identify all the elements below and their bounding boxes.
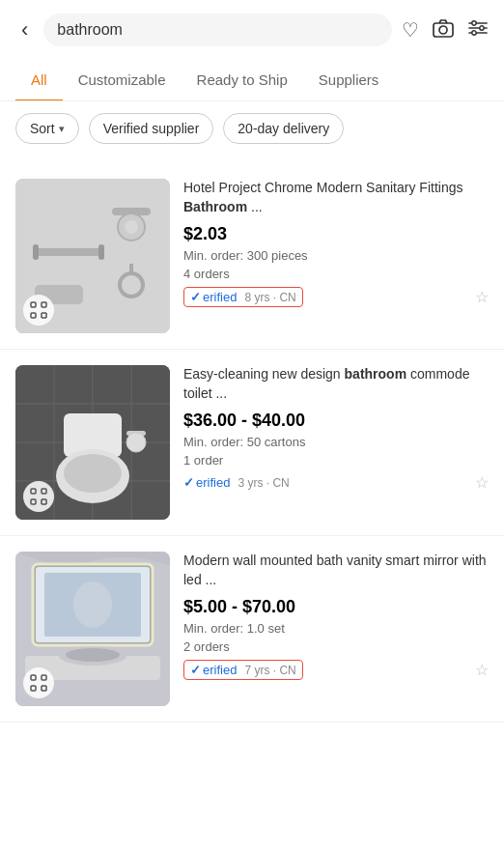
- product-card-2: Easy-cleaning new design bathroom commod…: [0, 350, 504, 536]
- sort-filter[interactable]: Sort ▾: [15, 113, 79, 144]
- filter-icon[interactable]: [467, 18, 489, 43]
- scan-button-3[interactable]: [23, 667, 54, 698]
- product-price-1: $2.03: [183, 224, 489, 244]
- product-image-3[interactable]: [15, 552, 170, 706]
- svg-point-48: [73, 582, 112, 628]
- svg-point-34: [64, 454, 122, 493]
- tab-customizable[interactable]: Customizable: [63, 60, 182, 101]
- sort-label: Sort: [30, 121, 55, 136]
- back-button[interactable]: ‹: [15, 15, 34, 44]
- verified-check-icon-3: ✓: [190, 663, 201, 677]
- product-list: Hotel Project Chrome Modern Sanitary Fit…: [0, 156, 504, 730]
- scan-button-1[interactable]: [23, 295, 54, 326]
- tab-ready-to-ship[interactable]: Ready to Ship: [182, 60, 303, 101]
- product-info-2: Easy-cleaning new design bathroom commod…: [183, 365, 489, 492]
- svg-rect-11: [98, 244, 104, 260]
- svg-rect-39: [31, 499, 36, 504]
- verified-row-1: ✓ erified 8 yrs · CN ☆: [183, 287, 489, 307]
- scan-button-2[interactable]: [23, 481, 54, 512]
- verified-check-icon-1: ✓: [190, 290, 201, 304]
- product-image-1[interactable]: [15, 179, 170, 333]
- svg-point-51: [66, 648, 120, 662]
- verified-check-icon-2: ✓: [183, 475, 194, 490]
- svg-rect-9: [35, 248, 102, 256]
- product-card-1: Hotel Project Chrome Modern Sanitary Fit…: [0, 163, 504, 350]
- svg-point-7: [472, 30, 476, 34]
- product-card-3: Modern wall mounted bath vanity smart mi…: [0, 536, 504, 723]
- svg-rect-18: [31, 302, 36, 307]
- svg-rect-20: [31, 313, 36, 318]
- product-moq-1: Min. order: 300 pieces: [183, 248, 489, 263]
- svg-rect-38: [42, 489, 46, 494]
- product-title-1: Hotel Project Chrome Modern Sanitary Fit…: [183, 179, 489, 216]
- verified-badge-3: ✓ erified 7 yrs · CN: [183, 660, 303, 680]
- camera-icon[interactable]: [433, 18, 454, 43]
- verified-label-2: erified: [196, 475, 230, 490]
- svg-point-5: [472, 20, 476, 24]
- verified-supplier-label: Verified supplier: [103, 121, 200, 136]
- tab-suppliers[interactable]: Suppliers: [303, 60, 395, 101]
- verified-badge-2: ✓ erified 3 yrs · CN: [183, 475, 290, 490]
- header-icons: ♡: [402, 18, 489, 43]
- wishlist-icon-1[interactable]: ☆: [475, 288, 489, 306]
- verified-row-3: ✓ erified 7 yrs · CN ☆: [183, 660, 489, 680]
- svg-point-14: [125, 220, 138, 234]
- heart-icon[interactable]: ♡: [402, 18, 419, 42]
- delivery-filter[interactable]: 20-day delivery: [223, 113, 344, 144]
- search-input-value: bathroom: [57, 21, 378, 39]
- svg-point-1: [439, 26, 447, 34]
- wishlist-icon-3[interactable]: ☆: [475, 661, 489, 679]
- verified-label-3: erified: [203, 663, 237, 677]
- verified-meta-1: 8 yrs · CN: [244, 291, 295, 304]
- product-moq-3: Min. order: 1.0 set: [183, 621, 489, 636]
- tabs-bar: All Customizable Ready to Ship Suppliers: [0, 60, 504, 101]
- product-title-2: Easy-cleaning new design bathroom commod…: [183, 365, 489, 403]
- product-orders-1: 4 orders: [183, 267, 489, 281]
- svg-rect-53: [42, 675, 46, 680]
- product-image-2[interactable]: [15, 365, 170, 520]
- verified-badge-1: ✓ erified 8 yrs · CN: [183, 287, 303, 307]
- svg-rect-19: [42, 302, 46, 307]
- verified-label-1: erified: [203, 290, 237, 304]
- svg-rect-0: [434, 23, 453, 37]
- svg-point-6: [480, 25, 484, 29]
- product-orders-3: 2 orders: [183, 639, 489, 654]
- verified-row-2: ✓ erified 3 yrs · CN ☆: [183, 473, 489, 492]
- product-price-3: $5.00 - $70.00: [183, 597, 489, 617]
- verified-meta-2: 3 yrs · CN: [238, 476, 289, 490]
- svg-rect-52: [31, 675, 36, 680]
- filters-bar: Sort ▾ Verified supplier 20-day delivery: [0, 101, 504, 156]
- product-title-3: Modern wall mounted bath vanity smart mi…: [183, 552, 489, 589]
- search-bar[interactable]: bathroom: [43, 14, 392, 46]
- wishlist-icon-2[interactable]: ☆: [475, 473, 489, 492]
- product-moq-2: Min. order: 50 cartons: [183, 435, 489, 449]
- product-info-3: Modern wall mounted bath vanity smart mi…: [183, 552, 489, 680]
- verified-supplier-filter[interactable]: Verified supplier: [89, 113, 214, 144]
- svg-rect-37: [31, 489, 36, 494]
- verified-meta-3: 7 yrs · CN: [244, 664, 295, 677]
- chevron-down-icon: ▾: [59, 123, 65, 135]
- product-price-2: $36.00 - $40.00: [183, 411, 489, 431]
- tab-all[interactable]: All: [15, 60, 63, 101]
- product-info-1: Hotel Project Chrome Modern Sanitary Fit…: [183, 179, 489, 307]
- svg-point-36: [126, 433, 146, 452]
- header: ‹ bathroom ♡: [0, 0, 504, 60]
- product-orders-2: 1 order: [183, 453, 489, 468]
- svg-rect-10: [33, 244, 39, 260]
- delivery-label: 20-day delivery: [238, 121, 329, 136]
- svg-rect-54: [31, 686, 36, 691]
